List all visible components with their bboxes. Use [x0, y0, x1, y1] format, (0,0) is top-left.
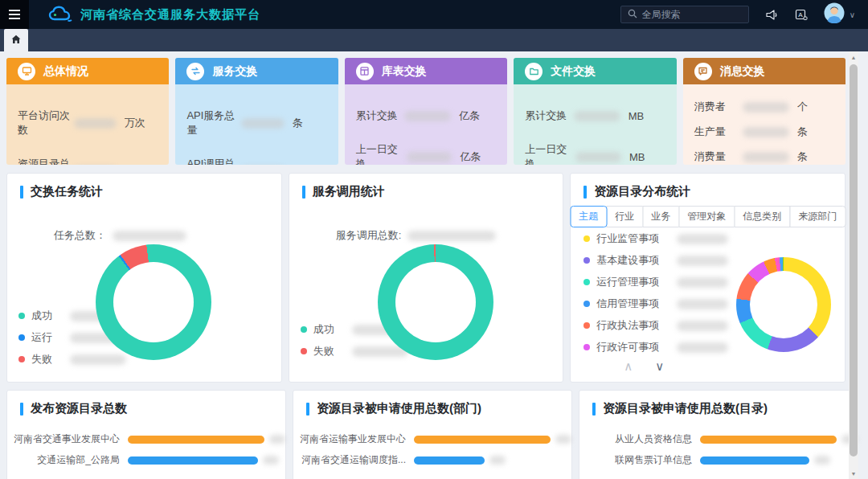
title-accent-bar [583, 186, 587, 199]
redacted-value [407, 231, 496, 241]
redacted-value [677, 299, 728, 309]
tab-行业[interactable]: 行业 [606, 206, 643, 227]
legend-item[interactable]: 行政执法事项 [583, 318, 728, 333]
title-accent-bar [592, 403, 596, 416]
stat-card-title: 服务交换 [212, 64, 257, 79]
bar-rows: 河南省运输事业发展中心河南省交通运输调度指... [293, 432, 571, 467]
stat-row: API服务总量条 [186, 108, 326, 137]
stat-card-header: 文件交换 [514, 58, 676, 84]
service-total-label: 服务调用总数: [336, 228, 402, 243]
stat-row-label: 生产量 [694, 125, 726, 139]
stat-card-2: 服务交换API服务总量条API调用总量百万次 [175, 58, 338, 165]
tab-业务[interactable]: 业务 [642, 206, 679, 227]
legend-dot [583, 235, 590, 242]
panel-title: 资源目录分布统计 [571, 174, 845, 199]
search-icon [628, 7, 637, 22]
redacted-value [743, 127, 789, 137]
legend-label: 行业监管事项 [596, 231, 659, 246]
stat-row-unit: 亿条 [459, 108, 496, 123]
legend-item[interactable]: 基本建设事项 [583, 253, 728, 268]
stat-card-title: 消息交换 [720, 64, 765, 79]
stat-card-header: 服务交换 [175, 58, 338, 84]
tab-管理对象[interactable]: 管理对象 [678, 206, 735, 227]
legend-item[interactable]: 行业监管事项 [583, 231, 728, 246]
legend-label: 基本建设事项 [596, 253, 659, 268]
panel-title-text: 服务调用统计 [313, 184, 385, 199]
legend-item[interactable]: 运行管理事项 [583, 275, 728, 289]
stat-card-5: 消息交换消费者个生产量条消费量条 [683, 58, 845, 165]
panel-title-text: 资源目录被申请使用总数(目录) [603, 401, 768, 416]
panel-title-text: 发布资源目录总数 [31, 401, 127, 416]
pager-up-icon[interactable]: ∧ [624, 359, 633, 374]
panel-title-text: 交换任务统计 [31, 184, 103, 199]
page-scrollbar[interactable]: ▲ ▼ [849, 51, 858, 479]
stat-row: 上一日交换MB [525, 142, 665, 165]
bar-rows: 河南省交通事业发展中心交通运输部_公路局 [7, 432, 285, 467]
legend-dot [18, 334, 25, 341]
menu-toggle-button[interactable] [0, 0, 29, 29]
legend-pager: ∧ ∨ [624, 359, 664, 374]
scroll-down-arrow-icon[interactable]: ▼ [849, 468, 858, 479]
legend-dot [583, 344, 590, 350]
bar-row: 从业人员资格信息 [579, 432, 858, 446]
title-accent-bar [20, 186, 23, 199]
title-accent-bar [302, 186, 305, 199]
panel-title: 资源目录被申请使用总数(目录) [579, 391, 858, 416]
redacted-value [263, 456, 279, 465]
stat-card-body: 平台访问次数万次资源目录总量个 [6, 84, 169, 165]
scrollbar-thumb[interactable] [850, 64, 858, 456]
title-accent-bar [306, 403, 309, 416]
tab-信息类别[interactable]: 信息类别 [734, 206, 790, 227]
bar-row: 河南省交通事业发展中心 [7, 432, 285, 446]
donut-hole [113, 262, 194, 342]
legend-label: 成功 [313, 322, 334, 337]
pager-down-icon[interactable]: ∨ [655, 359, 664, 374]
legend-item[interactable]: 行政许可事项 [583, 340, 728, 354]
legend-dot [301, 348, 307, 354]
search-input[interactable] [642, 9, 742, 20]
translate-icon[interactable]: A [795, 9, 808, 21]
user-menu[interactable]: ∨ [824, 2, 855, 27]
tab-home[interactable] [4, 29, 28, 51]
tab-主题[interactable]: 主题 [570, 206, 607, 227]
legend-item[interactable]: 失败 [301, 344, 408, 358]
bar-label: 河南省交通运输调度指... [293, 453, 414, 467]
monitor-icon [18, 63, 35, 80]
stat-row-unit: 条 [797, 149, 834, 164]
avatar [824, 2, 845, 27]
stat-card-title: 总体情况 [43, 64, 88, 79]
stat-card-header: 总体情况 [6, 58, 169, 84]
scroll-up-arrow-icon[interactable]: ▲ [849, 51, 858, 63]
redacted-value [241, 118, 285, 129]
redacted-value [743, 152, 789, 162]
bar-label: 交通运输部_公路局 [7, 453, 128, 467]
stat-row: 资源目录总量个 [18, 157, 158, 165]
redacted-value [70, 354, 126, 365]
distribution-donut-chart [736, 257, 831, 352]
task-donut-chart [96, 244, 211, 360]
bar [414, 436, 551, 444]
tab-来源部门[interactable]: 来源部门 [789, 206, 845, 227]
stat-row-unit: MB [628, 110, 665, 122]
stat-row-label: 累计交换 [525, 108, 567, 123]
cloud-logo-icon [48, 6, 72, 23]
redacted-value [74, 118, 116, 129]
chevron-down-icon: ∨ [850, 10, 855, 19]
legend-label: 失败 [31, 352, 52, 366]
legend-item[interactable]: 失败 [18, 352, 126, 366]
panel-exchange-task-stats: 交换任务统计 任务总数： 成功运行失败 [6, 173, 282, 383]
stat-row-label: API调用总量 [186, 157, 241, 165]
global-search[interactable] [620, 6, 749, 23]
bar-row: 联网售票订单信息 [579, 453, 858, 467]
bar-panels-row: 发布资源目录总数河南省交通事业发展中心交通运输部_公路局资源目录被申请使用总数(… [6, 390, 845, 479]
legend-item[interactable]: 信用管理事项 [583, 297, 728, 311]
stat-card-body: 消费者个生产量条消费量条 [683, 84, 845, 164]
panel-title: 发布资源目录总数 [7, 391, 285, 416]
task-total-label: 任务总数： [54, 228, 106, 243]
message-icon [694, 63, 712, 80]
svg-text:A: A [798, 11, 803, 18]
donut-hole [750, 271, 817, 338]
announcement-icon[interactable] [765, 9, 779, 21]
stat-row-unit: 个 [125, 164, 158, 165]
stat-row-label: 平台访问次数 [18, 108, 74, 137]
